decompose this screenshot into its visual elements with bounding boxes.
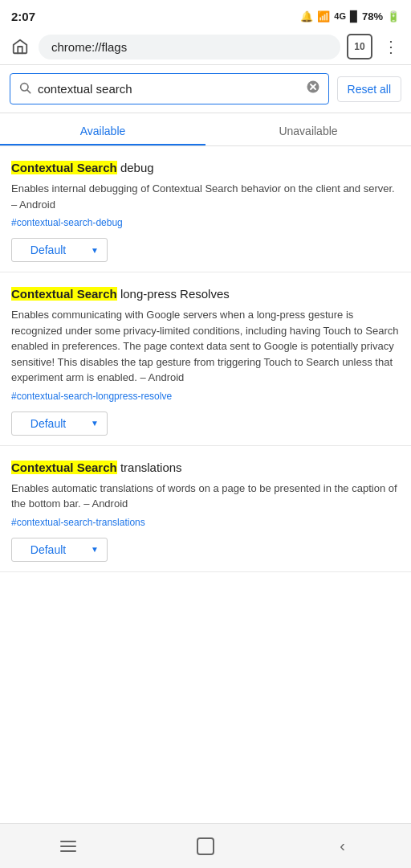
flag-desc-debug: Enables internal debugging of Contextual…: [11, 181, 400, 212]
tab-unavailable[interactable]: Unavailable: [206, 113, 411, 145]
home-button[interactable]: [8, 35, 32, 59]
search-input-container: contextual search: [10, 73, 329, 104]
chevron-down-icon-3: ▼: [84, 540, 105, 559]
flag-item-translations: Contextual Search translations Enables a…: [0, 446, 411, 572]
highlight-contextual-search-3: Contextual Search: [11, 461, 117, 474]
bottom-nav: ‹: [0, 823, 411, 868]
flag-link-translations[interactable]: #contextual-search-translations: [11, 517, 400, 528]
flag-item-longpress: Contextual Search long-press Resolves En…: [0, 272, 411, 446]
chevron-down-icon-2: ▼: [84, 414, 105, 432]
svg-line-1: [27, 90, 31, 93]
flag-title-translations: Contextual Search translations: [11, 459, 400, 476]
menu-button[interactable]: ⋮: [379, 35, 403, 59]
chevron-down-icon-1: ▼: [84, 241, 105, 260]
nav-back-button[interactable]: ‹: [319, 830, 367, 862]
search-input-value[interactable]: contextual search: [38, 82, 299, 96]
flag-title-longpress: Contextual Search long-press Resolves: [11, 285, 400, 302]
flag-link-debug[interactable]: #contextual-search-debug: [11, 217, 400, 228]
flag-link-longpress[interactable]: #contextual-search-longpress-resolve: [11, 391, 400, 402]
battery-text: 78%: [362, 10, 383, 23]
flag-item-debug: Contextual Search debug Enables internal…: [0, 146, 411, 272]
clear-search-button[interactable]: [306, 80, 320, 98]
address-text: chrome://flags: [51, 40, 127, 54]
flag-select-wrap-translations: Default Enabled Disabled ▼: [11, 538, 108, 562]
battery-icon: 🔋: [387, 10, 400, 23]
flag-desc-translations: Enables automatic translations of words …: [11, 481, 400, 512]
flag-title-debug: Contextual Search debug: [11, 159, 400, 176]
back-chevron-icon: ‹: [340, 837, 345, 855]
lte-icon: 4G: [334, 11, 346, 21]
nav-menu-button[interactable]: [44, 830, 92, 862]
wifi-icon: 📶: [317, 10, 330, 23]
signal-icon: ▉: [350, 10, 358, 23]
tab-count-button[interactable]: 10: [347, 34, 372, 59]
search-bar: contextual search Reset all: [0, 65, 411, 113]
highlight-contextual-search-1: Contextual Search: [11, 161, 117, 174]
nav-home-button[interactable]: [181, 830, 230, 862]
tabs-container: Available Unavailable: [0, 113, 411, 146]
home-circle-icon: [197, 837, 214, 855]
flag-title-rest-1: debug: [117, 161, 154, 174]
flag-title-rest-3: translations: [117, 461, 182, 474]
flag-desc-longpress: Enables communicating with Google server…: [11, 307, 400, 386]
menu-lines-icon: [60, 841, 76, 852]
highlight-contextual-search-2: Contextual Search: [11, 287, 117, 301]
flag-select-wrap-longpress: Default Enabled Disabled ▼: [11, 411, 108, 436]
alarm-icon: 🔔: [300, 10, 313, 23]
address-bar[interactable]: chrome://flags: [39, 35, 340, 59]
flag-select-wrap-debug: Default Enabled Disabled ▼: [11, 238, 108, 262]
status-bar: 2:07 🔔 📶 4G ▉ 78% 🔋: [0, 0, 411, 29]
status-time: 2:07: [11, 10, 35, 23]
flag-select-debug[interactable]: Default Enabled Disabled: [12, 239, 84, 261]
flags-content: Contextual Search debug Enables internal…: [0, 146, 411, 572]
tab-available[interactable]: Available: [0, 113, 206, 145]
status-icons: 🔔 📶 4G ▉ 78% 🔋: [300, 10, 400, 23]
flag-title-rest-2: long-press Resolves: [117, 287, 230, 301]
flag-select-translations[interactable]: Default Enabled Disabled: [12, 538, 84, 561]
search-icon: [18, 81, 31, 97]
browser-toolbar: chrome://flags 10 ⋮: [0, 29, 411, 65]
reset-all-button[interactable]: Reset all: [337, 76, 401, 102]
flag-select-longpress[interactable]: Default Enabled Disabled: [12, 412, 84, 435]
